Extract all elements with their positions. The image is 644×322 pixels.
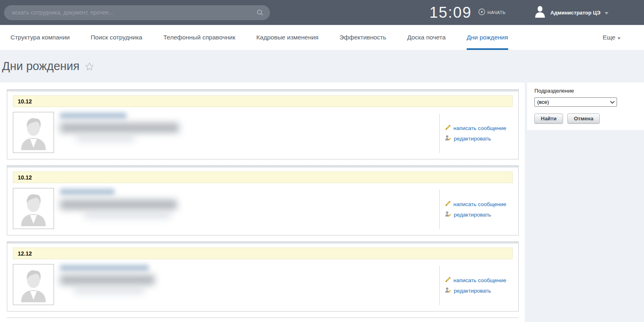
tab-employee-search[interactable]: Поиск сотрудника: [91, 25, 142, 50]
birthday-date: 10.12: [13, 171, 513, 183]
employee-photo[interactable]: [13, 112, 54, 153]
select-chevron-icon: [610, 99, 615, 105]
employee-info-blurred: [54, 264, 439, 305]
caret-down-icon: [617, 34, 621, 41]
write-message-link[interactable]: написать сообщение: [445, 200, 513, 208]
edit-person-icon: [445, 135, 451, 142]
title-band: Дни рождения: [0, 50, 644, 83]
employee-photo[interactable]: [13, 188, 54, 229]
pencil-icon: [445, 277, 451, 284]
department-select-value: (все): [537, 99, 549, 105]
search-input[interactable]: [12, 9, 256, 16]
birthday-list: 10.12: [7, 89, 519, 318]
search-icon[interactable]: [256, 9, 264, 16]
pencil-icon: [445, 124, 451, 132]
employee-name-blurred[interactable]: [60, 113, 127, 119]
clock: 15:09: [429, 4, 472, 21]
user-name: Администратор ЦЭ: [551, 10, 600, 16]
employee-photo[interactable]: [13, 264, 54, 305]
edit-link[interactable]: редактировать: [445, 135, 513, 142]
edit-label: редактировать: [454, 136, 491, 142]
find-button[interactable]: Найти: [534, 114, 563, 124]
employee-position-blurred: [60, 123, 179, 133]
employee-name-blurred[interactable]: [60, 265, 149, 271]
tab-more[interactable]: Еще: [602, 25, 621, 50]
tab-honor-board[interactable]: Доска почета: [407, 25, 446, 50]
birthday-date: 10.12: [13, 95, 513, 107]
tab-company-structure[interactable]: Структура компании: [10, 25, 70, 50]
department-filter-label: Подразделение: [534, 88, 637, 94]
department-select[interactable]: (все): [534, 97, 617, 107]
favorite-star-icon[interactable]: [85, 62, 94, 73]
write-message-label: написать сообщение: [453, 277, 506, 283]
write-message-label: написать сообщение: [453, 201, 506, 207]
employee-detail-blurred: [84, 212, 171, 219]
edit-link[interactable]: редактировать: [445, 211, 513, 218]
employee-info-blurred: [54, 188, 439, 229]
edit-link[interactable]: редактировать: [445, 287, 513, 294]
content-area: 10.12: [0, 83, 644, 322]
user-avatar-icon: [535, 6, 545, 19]
start-label: НАЧАТЬ: [488, 10, 506, 15]
employee-position-blurred: [60, 200, 177, 210]
employee-info-blurred: [54, 112, 439, 153]
birthday-card: 10.12: [7, 89, 519, 159]
user-menu[interactable]: Администратор ЦЭ: [535, 6, 609, 19]
cancel-button[interactable]: Отмена: [567, 114, 600, 124]
top-header: 15:09 НАЧАТЬ Администратор ЦЭ: [0, 0, 644, 25]
card-actions: написать сообщение: [439, 114, 513, 153]
play-icon: [478, 8, 485, 17]
card-actions: написать сообщение: [439, 190, 513, 229]
edit-person-icon: [445, 287, 451, 294]
global-search[interactable]: [4, 5, 270, 20]
birthday-card: 12.12: [7, 242, 519, 312]
employee-position-blurred: [60, 275, 155, 285]
page-title: Дни рождения: [2, 60, 79, 73]
employee-name-blurred[interactable]: [60, 189, 114, 195]
more-label: Еще: [602, 34, 615, 41]
tab-phone-directory[interactable]: Телефонный справочник: [163, 25, 235, 50]
right-sidebar: Подразделение (все) Найти Отмена: [525, 83, 644, 322]
edit-label: редактировать: [454, 212, 491, 218]
tab-birthdays[interactable]: Дни рождения: [467, 25, 508, 50]
start-work-button[interactable]: НАЧАТЬ: [478, 8, 506, 17]
birthday-date: 12.12: [13, 248, 513, 259]
edit-person-icon: [445, 211, 451, 218]
filter-panel: Подразделение (все) Найти Отмена: [527, 83, 644, 130]
pencil-icon: [445, 200, 451, 208]
tab-efficiency[interactable]: Эффективность: [339, 25, 386, 50]
write-message-link[interactable]: написать сообщение: [445, 124, 513, 132]
chevron-down-icon: [605, 9, 609, 16]
edit-label: редактировать: [454, 288, 491, 294]
birthday-card: 10.12: [7, 165, 519, 235]
main-column: 10.12: [0, 83, 525, 322]
write-message-label: написать сообщение: [453, 125, 506, 131]
employee-detail-blurred: [74, 287, 145, 294]
card-actions: написать сообщение: [439, 266, 513, 305]
write-message-link[interactable]: написать сообщение: [445, 277, 513, 284]
employee-detail-blurred: [76, 135, 135, 142]
tab-hr-changes[interactable]: Кадровые изменения: [256, 25, 318, 50]
main-nav: Структура компании Поиск сотрудника Теле…: [0, 25, 644, 50]
